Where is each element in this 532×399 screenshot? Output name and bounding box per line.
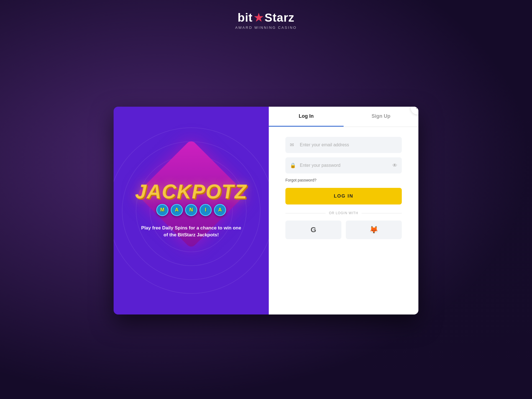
left-panel: JACKPOTZ M A N I A Play free Daily Spins… <box>114 107 269 314</box>
password-input-group: 🔒 👁 <box>285 157 402 173</box>
modal: × JACKPOTZ M A N I A Play free Daily Spi… <box>114 107 418 314</box>
or-divider: OR LOGIN WITH <box>285 211 402 215</box>
logo-subtitle: AWARD WINNING CASINO <box>235 25 297 30</box>
lock-icon: 🔒 <box>290 162 296 168</box>
tabs: Log In Sign Up <box>269 107 418 127</box>
show-password-icon[interactable]: 👁 <box>392 163 397 168</box>
forgot-password-link[interactable]: Forgot password? <box>285 178 402 182</box>
mania-letter-m: M <box>156 204 168 216</box>
mania-letter-a1: A <box>171 204 183 216</box>
tab-login[interactable]: Log In <box>269 107 344 127</box>
mania-letter-a2: A <box>214 204 226 216</box>
jackpot-title: JACKPOTZ <box>135 183 248 201</box>
login-form: ✉ 🔒 👁 Forgot password? LOG IN OR LOGIN W… <box>269 127 418 314</box>
google-login-button[interactable]: G <box>285 221 341 239</box>
email-input-group: ✉ <box>285 137 402 153</box>
metamask-icon: 🦊 <box>369 226 378 234</box>
logo-starz: Starz <box>265 11 295 24</box>
mania-letter-i: I <box>200 204 212 216</box>
email-input[interactable] <box>285 137 402 153</box>
mania-letter-n: N <box>185 204 197 216</box>
or-login-with-text: OR LOGIN WITH <box>329 211 358 215</box>
right-panel: Log In Sign Up ✉ 🔒 👁 Forgot password? LO… <box>269 107 418 314</box>
divider-line-left <box>285 213 326 213</box>
logo-area: bit ★ Starz AWARD WINNING CASINO <box>235 11 297 30</box>
left-description: Play free Daily Spins for a chance to wi… <box>139 224 244 239</box>
logo-star-icon: ★ <box>254 12 264 24</box>
mania-letters-row: M A N I A <box>135 204 247 216</box>
social-login-buttons: G 🦊 <box>285 221 402 239</box>
divider-line-right <box>362 213 402 213</box>
google-icon: G <box>311 226 316 234</box>
login-button[interactable]: LOG IN <box>285 188 402 204</box>
logo: bit ★ Starz <box>235 11 297 24</box>
email-icon: ✉ <box>290 142 294 148</box>
tab-signup[interactable]: Sign Up <box>344 107 418 127</box>
logo-bit: bit <box>237 11 252 24</box>
password-input[interactable] <box>285 157 402 173</box>
metamask-login-button[interactable]: 🦊 <box>346 221 402 239</box>
jackpot-logo: JACKPOTZ M A N I A <box>135 183 247 216</box>
